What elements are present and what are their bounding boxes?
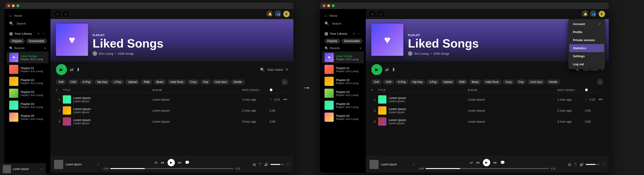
player-progress-bar-2[interactable] — [426, 168, 549, 169]
player-queue-btn-2[interactable]: ▤ — [568, 162, 571, 166]
player-device-btn-2[interactable]: 📱 — [574, 162, 577, 166]
track-row-1-2[interactable]: 1 Lorem Ipsum Lorem Ipsum Lorem Ipsum 1 … — [371, 94, 603, 105]
dropdown-account[interactable]: Account ↗ — [569, 20, 604, 28]
player-vol-icon-2[interactable]: 🔊 — [580, 162, 584, 166]
close-btn-2[interactable] — [323, 4, 326, 7]
genre-soft-1[interactable]: Soft — [56, 79, 66, 85]
playlist-3-item-2[interactable]: Playlist #3 Playlist • Eric Luong — [322, 87, 364, 99]
track-row-2-2[interactable]: 2 Lorem Ipsum Lorem Ipsum Lorem Ipsum 2 … — [371, 105, 603, 116]
genre-jpop-1[interactable]: J-Pop — [111, 79, 124, 85]
player-queue-btn-1[interactable]: ▤ — [253, 162, 256, 166]
track-more-1-2[interactable]: ••• — [598, 97, 603, 101]
library-add-btn-2[interactable]: + — [352, 31, 355, 36]
player-volume-bar-2[interactable] — [586, 164, 600, 165]
player-vol-icon-1[interactable]: 🔊 — [264, 162, 268, 166]
library-search-btn-2[interactable]: 🔍 — [324, 46, 328, 50]
playlist-3-item-1[interactable]: Playlist #3 Playlist • Eric Luong — [6, 87, 48, 99]
library-expand-btn-1[interactable]: → — [42, 31, 46, 36]
dropdown-statistics[interactable]: Statistics — [569, 44, 604, 52]
genre-beats-2[interactable]: Beats — [469, 79, 482, 85]
genre-indierock-2[interactable]: Indie Rock — [483, 79, 502, 85]
genre-soft-2[interactable]: Soft — [371, 79, 382, 85]
genre-indierock-1[interactable]: Indie Rock — [168, 79, 186, 85]
dropdown-profile[interactable]: Profile — [569, 28, 604, 36]
play-btn-2[interactable]: ▶ — [371, 64, 382, 75]
filter-downloaded-2[interactable]: Downloaded — [342, 39, 362, 44]
library-expand-btn-2[interactable]: → — [357, 31, 361, 36]
player-shuffle-2[interactable]: ⇄ — [470, 160, 473, 165]
play-btn-1[interactable]: ▶ — [56, 64, 67, 75]
genre-upbeat-1[interactable]: Upbeat — [125, 79, 140, 85]
playlist-liked-1[interactable]: ♥ Liked Songs Playlist • Eric Luong — [6, 51, 48, 63]
sidebar-home-2[interactable]: ⌂ Home — [322, 12, 364, 20]
sidebar-home-1[interactable]: ⌂ Home — [6, 12, 48, 20]
player-lyrics-1[interactable]: 💬 — [185, 160, 190, 165]
download-btn-2[interactable]: ⬇ — [392, 67, 396, 72]
player-device-btn-1[interactable]: 📱 — [258, 162, 262, 166]
playlist-2-item-2[interactable]: Playlist #2 Playlist • Eric Luong — [322, 75, 364, 87]
player-fullscreen-1[interactable]: ⛶ — [286, 162, 290, 166]
player-volume-bar-1[interactable] — [270, 164, 284, 165]
track-row-3-1[interactable]: 3 Lorem Ipsum Lorem Ipsum Lorem Ipsum 3 … — [56, 116, 288, 127]
back-btn-1[interactable]: ‹ — [54, 11, 60, 17]
player-like-btn-2[interactable]: ✓ — [412, 162, 415, 166]
bell-btn-2[interactable]: 🔔 — [582, 11, 588, 17]
filter-downloaded-1[interactable]: Downloaded — [26, 39, 47, 44]
date-added-label-1[interactable]: Date Added — [268, 68, 283, 71]
bell-btn-1[interactable]: 🔔 — [267, 11, 273, 17]
playlist-4-item-2[interactable]: Playlist #4 Playlist • Eric Luong — [322, 99, 364, 111]
close-btn-1[interactable] — [7, 4, 10, 7]
sidebar-search-2[interactable]: 🔍 Search — [322, 20, 364, 28]
genre-acidjazz-2[interactable]: Acid Jazz — [528, 79, 545, 85]
genre-beats-1[interactable]: Beats — [154, 79, 166, 85]
forward-btn-1[interactable]: › — [62, 11, 69, 17]
playlist-5-item-1[interactable]: Playlist #5 Playlist • Eric Luong — [6, 111, 48, 123]
playlist-1-item-2[interactable]: Playlist #1 Playlist • Eric Luong — [322, 63, 364, 75]
sidebar-search-1[interactable]: 🔍 Search — [6, 20, 48, 28]
player-lyrics-2[interactable]: 💬 — [500, 160, 505, 165]
minimize-btn-2[interactable] — [327, 4, 330, 7]
minimize-btn-1[interactable] — [12, 4, 15, 7]
genre-rnb-2[interactable]: R&B — [456, 79, 468, 85]
player-like-btn-1[interactable]: ✓ — [97, 162, 100, 166]
genre-acidjazz-1[interactable]: Acid Jazz — [212, 79, 230, 85]
maximize-btn-1[interactable] — [16, 4, 19, 7]
track-more-1-1[interactable]: ••• — [283, 97, 288, 101]
playlist-5-item-2[interactable]: Playlist #5 Playlist • Eric Luong — [322, 111, 364, 123]
friends-btn-2[interactable]: 👥 — [590, 11, 597, 17]
player-next-1[interactable]: ⏭ — [178, 160, 182, 165]
track-row-1-1[interactable]: 1 Lorem Ipsum Lorem Ipsum Lorem Ipsum 1 … — [56, 94, 288, 105]
player-prev-1[interactable]: ⏮ — [161, 160, 164, 165]
genre-arrow-2[interactable]: › — [597, 79, 603, 85]
genre-rnb-1[interactable]: R&B — [141, 79, 152, 85]
back-btn-2[interactable]: ‹ — [370, 11, 376, 17]
library-search-btn-1[interactable]: 🔍 — [9, 46, 13, 50]
track-row-3-2[interactable]: 3 Lorem Ipsum Lorem Ipsum Lorem Ipsum 3 … — [371, 116, 603, 127]
track-row-2-1[interactable]: 2 Lorem Ipsum Lorem Ipsum Lorem Ipsum 2 … — [56, 105, 288, 116]
dropdown-logout[interactable]: Log out — [569, 60, 604, 68]
player-prev-2[interactable]: ⏮ — [476, 160, 480, 165]
genre-pop-2[interactable]: Pop — [516, 79, 526, 85]
player-next-2[interactable]: ⏭ — [494, 160, 497, 165]
genre-cozy-2[interactable]: Cozy — [503, 79, 514, 85]
genre-kpop-2[interactable]: K-Pop — [395, 79, 408, 85]
filter-playlists-2[interactable]: Playlists — [324, 39, 340, 44]
dropdown-settings[interactable]: Settings — [569, 52, 604, 60]
download-btn-1[interactable]: ⬇ — [76, 67, 80, 72]
user-avatar-1[interactable]: E — [283, 11, 290, 17]
genre-upbeat-2[interactable]: Upbeat — [441, 79, 455, 85]
filter-playlists-1[interactable]: Playlists — [9, 39, 25, 44]
shuffle-btn-2[interactable]: ⇄ — [385, 67, 389, 72]
maximize-btn-2[interactable] — [332, 4, 334, 7]
dropdown-private-session[interactable]: Private session — [569, 36, 604, 44]
player-progress-bar-1[interactable] — [110, 168, 233, 169]
player-play-1[interactable]: ▶ — [168, 159, 175, 166]
player-play-2[interactable]: ▶ — [483, 159, 490, 166]
playlist-1-item-1[interactable]: Playlist #1 Playlist • Eric Luong — [6, 63, 48, 75]
playlist-4-item-1[interactable]: Playlist #4 Playlist • Eric Luong — [6, 99, 48, 111]
genre-jpop-2[interactable]: J-Pop — [426, 79, 439, 85]
genre-arrow-1[interactable]: › — [282, 79, 288, 85]
genre-pop-1[interactable]: Pop — [200, 79, 211, 85]
library-add-btn-1[interactable]: + — [37, 31, 40, 36]
search-btn-1[interactable]: 🔍 — [260, 68, 265, 72]
